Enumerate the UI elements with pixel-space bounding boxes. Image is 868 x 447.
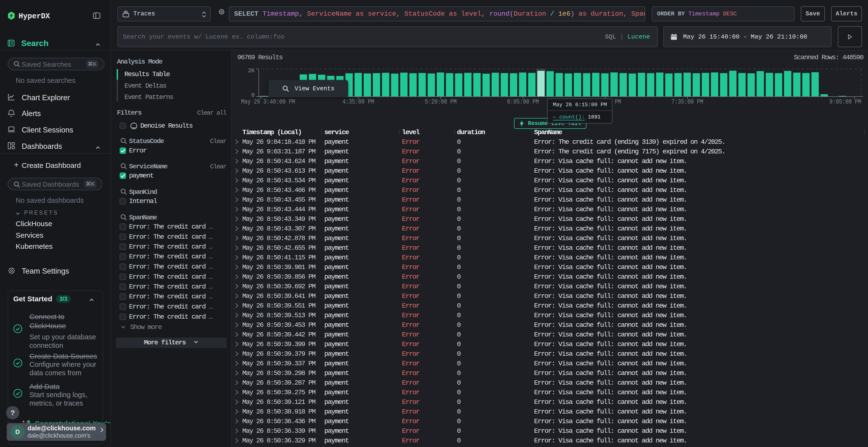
svg-text:5:20:00 PM: 5:20:00 PM [425, 98, 457, 105]
svg-text:4:35:00 PM: 4:35:00 PM [342, 98, 374, 105]
svg-text:May 26 3:40:00 PM: May 26 3:40:00 PM [241, 98, 295, 105]
svg-text:7:35:00 PM: 7:35:00 PM [672, 98, 703, 105]
svg-text:2K: 2K [248, 68, 255, 74]
svg-text:6:05:00 PM: 6:05:00 PM [507, 98, 539, 105]
svg-text:9:05:00 PM: 9:05:00 PM [830, 98, 861, 105]
svg-text:0: 0 [251, 92, 255, 99]
